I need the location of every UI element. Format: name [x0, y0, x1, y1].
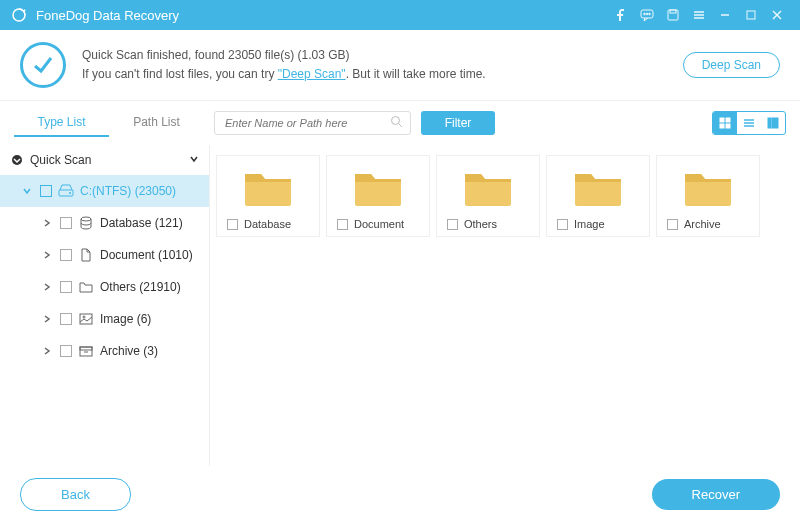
checkbox[interactable] — [60, 281, 72, 293]
tree-item-image[interactable]: Image (6) — [0, 303, 209, 335]
svg-point-3 — [644, 13, 646, 15]
checkbox[interactable] — [60, 249, 72, 261]
app-logo-icon — [10, 6, 28, 24]
toolbar: Type List Path List Filter — [0, 101, 800, 145]
minimize-icon[interactable] — [712, 2, 738, 28]
filter-button[interactable]: Filter — [421, 111, 496, 135]
tree-item-label: Document (1010) — [100, 248, 193, 262]
svg-rect-24 — [768, 118, 771, 128]
save-icon[interactable] — [660, 2, 686, 28]
tree-drive[interactable]: C:(NTFS) (23050) — [0, 175, 209, 207]
close-icon[interactable] — [764, 2, 790, 28]
facebook-icon[interactable] — [608, 2, 634, 28]
checkbox[interactable] — [60, 345, 72, 357]
folder-label: Image — [574, 218, 605, 230]
search-input[interactable] — [214, 111, 411, 135]
search-wrap — [214, 111, 411, 135]
content-grid: Database Document Others Image Archive — [210, 145, 800, 466]
svg-rect-7 — [670, 10, 676, 13]
checkbox[interactable] — [60, 217, 72, 229]
checkbox[interactable] — [60, 313, 72, 325]
checkbox[interactable] — [337, 219, 348, 230]
tree-item-document[interactable]: Document (1010) — [0, 239, 209, 271]
maximize-icon[interactable] — [738, 2, 764, 28]
chevron-right-icon — [40, 314, 54, 324]
svg-point-26 — [12, 155, 22, 165]
tab-path-list[interactable]: Path List — [109, 109, 204, 137]
view-detail-icon[interactable] — [761, 112, 785, 134]
checkbox[interactable] — [667, 219, 678, 230]
svg-point-31 — [83, 316, 85, 318]
checkbox[interactable] — [447, 219, 458, 230]
chevron-right-icon — [40, 346, 54, 356]
folder-label: Document — [354, 218, 404, 230]
folder-icon — [78, 279, 94, 295]
folder-label: Archive — [684, 218, 721, 230]
tree-item-label: Image (6) — [100, 312, 151, 326]
svg-rect-18 — [726, 118, 730, 122]
chevron-down-icon — [20, 186, 34, 196]
tree-item-others[interactable]: Others (21910) — [0, 271, 209, 303]
scan-hint-line: If you can't find lost files, you can tr… — [82, 65, 683, 84]
tree-item-label: Archive (3) — [100, 344, 158, 358]
back-button[interactable]: Back — [20, 478, 131, 511]
folder-label: Database — [244, 218, 291, 230]
tree-item-database[interactable]: Database (121) — [0, 207, 209, 239]
svg-line-16 — [398, 124, 402, 128]
footer: Back Recover — [0, 466, 800, 523]
collapse-icon — [10, 154, 24, 166]
deep-scan-link[interactable]: "Deep Scan" — [278, 67, 346, 81]
chevron-right-icon — [40, 282, 54, 292]
checkbox[interactable] — [40, 185, 52, 197]
banner-text: Quick Scan finished, found 23050 file(s)… — [82, 46, 683, 84]
folder-icon — [353, 166, 403, 208]
scan-status-line: Quick Scan finished, found 23050 file(s)… — [82, 46, 683, 65]
tree-drive-label: C:(NTFS) (23050) — [80, 184, 176, 198]
checkbox[interactable] — [557, 219, 568, 230]
svg-point-4 — [646, 13, 648, 15]
tree-item-archive[interactable]: Archive (3) — [0, 335, 209, 367]
folder-label: Others — [464, 218, 497, 230]
checkbox[interactable] — [227, 219, 238, 230]
list-tabs: Type List Path List — [14, 109, 204, 137]
menu-icon[interactable] — [686, 2, 712, 28]
tab-type-list[interactable]: Type List — [14, 109, 109, 137]
check-circle-icon — [20, 42, 66, 88]
chevron-down-icon — [189, 153, 199, 167]
view-list-icon[interactable] — [737, 112, 761, 134]
deep-scan-button[interactable]: Deep Scan — [683, 52, 780, 78]
feedback-icon[interactable] — [634, 2, 660, 28]
titlebar: FoneDog Data Recovery — [0, 0, 800, 30]
svg-marker-1 — [24, 9, 26, 11]
folder-icon — [243, 166, 293, 208]
svg-rect-33 — [80, 347, 92, 350]
tree-item-label: Database (121) — [100, 216, 183, 230]
image-icon — [78, 311, 94, 327]
drive-icon — [58, 183, 74, 199]
folder-card[interactable]: Others — [436, 155, 540, 237]
svg-rect-12 — [747, 11, 755, 19]
svg-point-15 — [391, 117, 399, 125]
folder-card[interactable]: Image — [546, 155, 650, 237]
tree-root[interactable]: Quick Scan — [0, 145, 209, 175]
search-icon[interactable] — [390, 114, 403, 132]
folder-icon — [573, 166, 623, 208]
svg-rect-20 — [726, 124, 730, 128]
folder-card[interactable]: Document — [326, 155, 430, 237]
recover-button[interactable]: Recover — [652, 479, 780, 510]
folder-card[interactable]: Database — [216, 155, 320, 237]
view-switch — [712, 111, 786, 135]
folder-icon — [463, 166, 513, 208]
chevron-right-icon — [40, 218, 54, 228]
svg-point-29 — [81, 217, 91, 221]
main: Quick Scan C:(NTFS) (23050) Database (12… — [0, 145, 800, 466]
chevron-right-icon — [40, 250, 54, 260]
sidebar: Quick Scan C:(NTFS) (23050) Database (12… — [0, 145, 210, 466]
folder-card[interactable]: Archive — [656, 155, 760, 237]
svg-rect-19 — [720, 124, 724, 128]
tree-root-label: Quick Scan — [30, 153, 189, 167]
folder-icon — [683, 166, 733, 208]
document-icon — [78, 247, 94, 263]
svg-point-5 — [649, 13, 651, 15]
view-grid-icon[interactable] — [713, 112, 737, 134]
